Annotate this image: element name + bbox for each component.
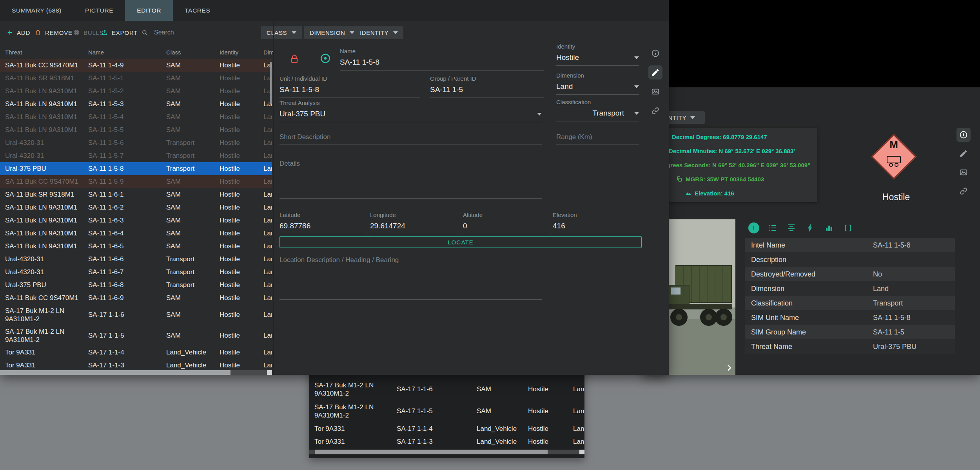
vertical-scrollbar-thumb[interactable] bbox=[270, 62, 272, 104]
table-row[interactable]: SA-17 Buk M1-2 LN 9A310M1-2 SA-17 1-1-6 … bbox=[309, 378, 584, 400]
column-header-name[interactable]: Name bbox=[88, 49, 161, 56]
stats-tab-icon[interactable] bbox=[824, 222, 835, 233]
next-photo-button[interactable] bbox=[724, 363, 734, 372]
info-icon[interactable] bbox=[956, 128, 971, 142]
table-row[interactable]: SA-11 Buk CC 9S470M1 SA-11 1-5-9 SAM Hos… bbox=[0, 175, 272, 188]
table-row[interactable]: Ural-4320-31 SA-11 1-6-6 Transport Hosti… bbox=[0, 253, 272, 266]
info-tab-icon[interactable] bbox=[748, 222, 759, 233]
table-row[interactable]: Ural-375 PBU SA-11 1-6-8 Transport Hosti… bbox=[0, 278, 272, 291]
table-row[interactable]: SA-11 Buk CC 9S470M1 SA-11 1-4-9 SAM Hos… bbox=[0, 59, 272, 72]
longitude-input[interactable] bbox=[370, 220, 456, 234]
threat-analysis-select[interactable]: Ural-375 PBU bbox=[279, 108, 542, 122]
lock-icon[interactable] bbox=[289, 53, 300, 64]
add-photo-icon[interactable] bbox=[648, 85, 662, 99]
table-row[interactable]: SA-11 Buk LN 9A310M1 SA-11 1-6-5 SAM Hos… bbox=[0, 240, 272, 253]
column-header-identity[interactable]: Identity bbox=[220, 49, 260, 56]
cell-class: SAM bbox=[166, 126, 215, 134]
table-row[interactable]: SA-11 Buk LN 9A310M1 SA-11 1-5-2 SAM Hos… bbox=[0, 85, 272, 98]
group-id-input[interactable] bbox=[430, 84, 544, 98]
table-row[interactable]: Tor 9A331 SA-17 1-1-4 Land_Vehicle Hosti… bbox=[309, 422, 584, 435]
tab[interactable]: SUMMARY (688) bbox=[0, 0, 73, 21]
table-row[interactable]: Tor 9A331 SA-17 1-1-3 Land_Vehicle Hosti… bbox=[309, 435, 584, 448]
scrollbar-thumb[interactable] bbox=[0, 370, 230, 375]
column-header-threat[interactable]: Threat bbox=[5, 49, 83, 56]
table-row[interactable]: SA-11 Buk LN 9A310M1 SA-11 1-6-2 SAM Hos… bbox=[0, 201, 272, 214]
cell-dimension: Land bbox=[263, 178, 272, 186]
dimension-filter-button[interactable]: DIMENSION bbox=[304, 26, 360, 39]
column-header-dimension[interactable]: Dimension bbox=[263, 49, 273, 56]
identity-select[interactable]: Hostile bbox=[556, 52, 639, 66]
name-input[interactable] bbox=[340, 56, 544, 70]
table-row[interactable]: SA-17 Buk M1-2 LN 9A310M1-2 SA-17 1-1-5 … bbox=[309, 400, 584, 422]
table-row[interactable]: Ural-4320-31 SA-11 1-6-7 Transport Hosti… bbox=[0, 266, 272, 278]
cell-class: Land_Vehicle bbox=[166, 349, 215, 356]
list-tab-icon[interactable] bbox=[767, 222, 778, 233]
cell-threat: SA-11 Buk LN 9A310M1 bbox=[5, 242, 83, 250]
cell-identity: Hostile bbox=[528, 385, 567, 393]
table-row[interactable]: SA-11 Buk LN 9A310M1 SA-11 1-5-4 SAM Hos… bbox=[0, 110, 272, 123]
short-description-input[interactable] bbox=[279, 131, 542, 145]
detail-row-value: No bbox=[873, 270, 882, 278]
info-icon[interactable] bbox=[648, 46, 662, 60]
sim-link-icon[interactable] bbox=[319, 52, 331, 64]
tab[interactable]: PICTURE bbox=[73, 0, 125, 21]
horizontal-scrollbar[interactable] bbox=[309, 450, 584, 454]
classification-field: Classification Transport bbox=[556, 99, 639, 121]
chevron-down-icon bbox=[292, 31, 296, 34]
table-row[interactable]: SA-11 Buk LN 9A310M1 SA-11 1-5-5 SAM Hos… bbox=[0, 123, 272, 136]
add-button[interactable]: ADD bbox=[6, 26, 30, 39]
table-row[interactable]: SA-11 Buk CC 9S470M1 SA-11 1-6-9 SAM Hos… bbox=[0, 291, 272, 304]
notes-tab-icon[interactable] bbox=[786, 222, 797, 233]
identity-filter-label: IDENTITY bbox=[360, 29, 388, 36]
link-icon[interactable] bbox=[956, 184, 971, 198]
add-photo-icon[interactable] bbox=[956, 165, 971, 179]
latitude-input[interactable] bbox=[279, 220, 365, 234]
column-header-class[interactable]: Class bbox=[166, 49, 215, 56]
table-row[interactable]: SA-11 Buk LN 9A310M1 SA-11 1-6-4 SAM Hos… bbox=[0, 227, 272, 240]
table-row[interactable]: SA-17 Buk M1-2 LN 9A310M1-2 SA-17 1-1-6 … bbox=[0, 304, 272, 325]
table-row[interactable]: SA-11 Buk SR 9S18M1 SA-11 1-6-1 SAM Host… bbox=[0, 188, 272, 201]
table-row[interactable]: Ural-4320-31 SA-11 1-5-7 Transport Hosti… bbox=[0, 149, 272, 162]
table-row[interactable]: SA-11 Buk LN 9A310M1 SA-11 1-5-3 SAM Hos… bbox=[0, 98, 272, 110]
unit-id-input[interactable] bbox=[279, 84, 420, 98]
location-description-field[interactable]: Location Description / Heading / Bearing bbox=[279, 254, 542, 300]
class-filter-button[interactable]: CLASS bbox=[261, 26, 302, 39]
table-row[interactable]: SA-11 Buk SR 9S18M1 SA-11 1-5-1 SAM Host… bbox=[0, 72, 272, 85]
threat-photo bbox=[665, 219, 735, 375]
cell-identity: Hostile bbox=[220, 217, 260, 224]
altitude-input[interactable] bbox=[463, 220, 548, 234]
dimension-filter-label: DIMENSION bbox=[310, 29, 345, 36]
table-row[interactable]: SA-11 Buk LN 9A310M1 SA-11 1-6-3 SAM Hos… bbox=[0, 214, 272, 227]
copy-icon[interactable] bbox=[676, 176, 682, 182]
table-row[interactable]: Tor 9A331 SA-17 1-1-3 Land_Vehicle Hosti… bbox=[0, 359, 272, 370]
link-icon[interactable] bbox=[648, 104, 662, 118]
table-row[interactable]: Tor 9A331 SA-17 1-1-4 Land_Vehicle Hosti… bbox=[0, 346, 272, 359]
classification-select[interactable]: Transport bbox=[556, 107, 639, 121]
raw-data-tab-icon[interactable] bbox=[842, 222, 853, 233]
scrollbar-thumb[interactable] bbox=[315, 450, 548, 454]
pencil-icon[interactable] bbox=[648, 65, 662, 80]
threat-analysis-value: Ural-375 PBU bbox=[279, 110, 325, 118]
remove-button[interactable]: REMOVE bbox=[34, 26, 73, 39]
editor-window: SUMMARY (688) PICTURE EDITOR TACRES ADD … bbox=[0, 0, 669, 375]
table-row[interactable]: Ural-375 PBU SA-11 1-5-8 Transport Hosti… bbox=[0, 162, 272, 175]
range-input[interactable] bbox=[556, 131, 639, 145]
table-row[interactable]: Ural-4320-31 SA-11 1-5-6 Transport Hosti… bbox=[0, 136, 272, 149]
bulls-button[interactable]: BULLS bbox=[73, 26, 104, 39]
identity-filter-button[interactable]: IDENTITY bbox=[354, 26, 403, 39]
pencil-icon[interactable] bbox=[956, 146, 971, 161]
tab[interactable]: EDITOR bbox=[125, 0, 173, 21]
group-id-label: Group / Parent ID bbox=[430, 75, 544, 82]
export-button[interactable]: EXPORT bbox=[101, 26, 138, 39]
actions-tab-icon[interactable] bbox=[805, 222, 816, 233]
cell-threat: SA-11 Buk LN 9A310M1 bbox=[5, 204, 83, 212]
tab[interactable]: TACRES bbox=[173, 0, 222, 21]
cell-class: SAM bbox=[166, 230, 215, 237]
table-row[interactable]: SA-17 Buk M1-2 LN 9A310M1-2 SA-17 1-1-5 … bbox=[0, 325, 272, 346]
dimension-select[interactable]: Land bbox=[556, 81, 639, 95]
search-input[interactable] bbox=[154, 29, 244, 36]
details-field[interactable]: Details bbox=[279, 157, 542, 199]
horizontal-scrollbar[interactable] bbox=[0, 370, 272, 375]
locate-button[interactable]: LOCATE bbox=[279, 236, 642, 248]
elevation-input[interactable] bbox=[553, 220, 639, 234]
